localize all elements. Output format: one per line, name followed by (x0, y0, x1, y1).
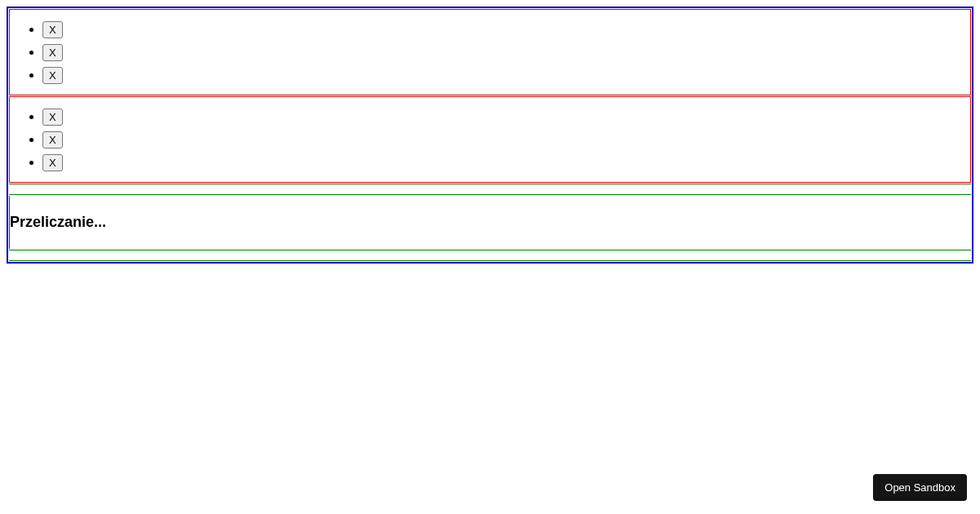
list-item: X (42, 42, 970, 62)
divider (9, 184, 971, 195)
remove-button[interactable]: X (42, 154, 63, 171)
divider (9, 250, 971, 261)
list-item: X (42, 65, 970, 85)
status-section: Przeliczanie... (9, 196, 971, 249)
status-heading: Przeliczanie... (10, 214, 971, 231)
list-item: X (42, 130, 970, 149)
list-item: X (42, 107, 970, 126)
remove-button[interactable]: X (42, 67, 63, 84)
item-list: X X X (10, 97, 970, 182)
list-item: X (42, 153, 970, 172)
remove-button[interactable]: X (42, 131, 63, 148)
remove-button[interactable]: X (42, 109, 63, 126)
list-section-2: X X X (9, 96, 971, 183)
remove-button[interactable]: X (42, 21, 63, 38)
item-list: X X X (10, 10, 970, 95)
outer-container: X X X X X X Przeliczanie... (7, 7, 973, 264)
remove-button[interactable]: X (42, 44, 63, 61)
open-sandbox-button[interactable]: Open Sandbox (873, 474, 967, 501)
list-item: X (42, 20, 970, 39)
list-section-1: X X X (9, 9, 971, 95)
